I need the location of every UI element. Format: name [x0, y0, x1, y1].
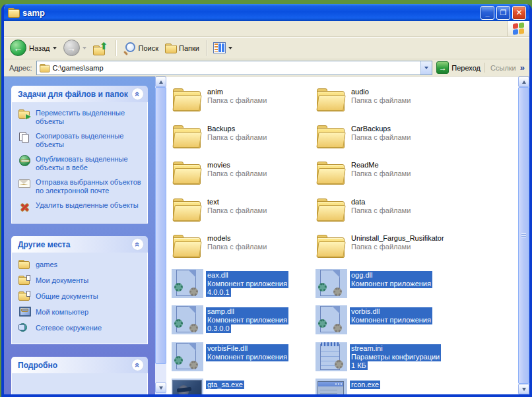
- task-link-delete[interactable]: Удалить выделенные объекты: [18, 201, 142, 212]
- place-link-my-computer[interactable]: Мой компьютер: [18, 307, 142, 317]
- panel-file-tasks-header[interactable]: Задачи для файлов и папок: [11, 86, 148, 102]
- panel-title: Задачи для файлов и папок: [18, 90, 128, 99]
- file-item-uninstall-fargus-rusifikator[interactable]: Uninstall_Fargus_Rusifikator Папка с фай…: [314, 232, 458, 269]
- file-item-backups[interactable]: Backups Папка с файлами: [170, 123, 314, 160]
- panel-other-places-header[interactable]: Другие места: [11, 236, 148, 253]
- task-link-email[interactable]: Отправка выбранных объектов по электронн…: [18, 178, 142, 195]
- panel-title: Подробно: [18, 361, 57, 370]
- place-link-games[interactable]: games: [18, 259, 142, 270]
- views-dropdown-icon[interactable]: [228, 47, 232, 49]
- links-chevron-icon[interactable]: »: [520, 63, 525, 73]
- file-item-samp-dll[interactable]: samp.dll Компонент приложения0.3.0.0: [170, 305, 314, 342]
- file-desc-line: Компонент приложения: [206, 316, 288, 324]
- file-item-models[interactable]: models Папка с файлами: [170, 232, 314, 269]
- views-icon: [213, 42, 226, 53]
- links-toolbar[interactable]: Ссылки »: [484, 63, 527, 73]
- file-desc-line: Компонент приложения: [206, 280, 288, 288]
- file-name: ogg.dll: [350, 271, 432, 280]
- place-link-my-documents[interactable]: Мои документы: [18, 275, 142, 286]
- folder-icon: [172, 196, 203, 225]
- address-dropdown-button[interactable]: [420, 61, 432, 75]
- back-button[interactable]: ← Назад: [7, 38, 60, 57]
- copy-icon: [18, 132, 30, 142]
- ini-icon: [316, 342, 347, 371]
- file-item-vorbisfile-dll[interactable]: vorbisFile.dll Компонент приложения: [170, 342, 314, 379]
- file-list-scrollbar[interactable]: [518, 76, 529, 394]
- file-item-readme[interactable]: ReadMe Папка с файлами: [314, 159, 458, 196]
- address-folder-icon: [40, 64, 49, 72]
- scroll-down-button[interactable]: [155, 382, 166, 393]
- file-item-rcon-exe[interactable]: rcon.exe: [314, 379, 458, 394]
- maximize-button[interactable]: ❐: [496, 6, 510, 20]
- menu-item-tools[interactable]: [55, 27, 67, 31]
- chevron-up-icon[interactable]: [131, 359, 144, 371]
- file-item-eax-dll[interactable]: eax.dll Компонент приложения4.0.0.1: [170, 269, 314, 306]
- place-link-shared-documents[interactable]: Общие документы: [18, 291, 142, 301]
- file-desc-line: 1 КБ: [350, 361, 368, 370]
- menu-item-edit[interactable]: [20, 27, 32, 31]
- task-link-move[interactable]: Переместить выделенные объекты: [18, 109, 142, 126]
- panel-file-tasks: Задачи для файлов и папок Переместить вы…: [11, 86, 148, 224]
- file-name: movies: [206, 161, 268, 169]
- folders-icon: [165, 44, 176, 53]
- file-item-movies[interactable]: movies Папка с файлами: [170, 159, 314, 196]
- toolbar-separator: [116, 40, 116, 56]
- views-button[interactable]: [210, 41, 236, 55]
- scroll-thumb[interactable]: [155, 87, 166, 364]
- file-item-vorbis-dll[interactable]: vorbis.dll Компонент приложения: [314, 305, 458, 342]
- address-input[interactable]: C:\games\samp: [36, 61, 433, 75]
- file-name: rcon.exe: [350, 381, 380, 389]
- file-desc-line: Компонент приложения: [206, 353, 288, 361]
- file-item-audio[interactable]: audio Папка с файлами: [314, 86, 458, 123]
- scroll-down-button[interactable]: [518, 384, 529, 394]
- address-value[interactable]: C:\games\samp: [53, 64, 421, 72]
- menu-item-favorites[interactable]: [44, 27, 55, 31]
- title-bar[interactable]: samp _ ❐ ✕: [4, 4, 529, 21]
- task-link-copy[interactable]: Скопировать выделенные объекты: [18, 132, 142, 149]
- task-pane: Задачи для файлов и папок Переместить вы…: [4, 76, 155, 394]
- file-item-gta-sa-exe[interactable]: gta_sa.exe: [170, 379, 314, 394]
- minimize-button[interactable]: _: [481, 6, 494, 20]
- dll-icon: [316, 305, 347, 334]
- go-label: Переход: [451, 64, 481, 72]
- file-name: anim: [206, 88, 268, 96]
- file-item-stream-ini[interactable]: stream.ini Параметры конфигурации1 КБ: [314, 342, 458, 379]
- scroll-up-button[interactable]: [155, 76, 166, 87]
- file-item-ogg-dll[interactable]: ogg.dll Компонент приложения: [314, 269, 458, 306]
- file-name: text: [206, 198, 268, 206]
- folder-icon: [316, 123, 347, 152]
- file-item-carbackups[interactable]: CarBackups Папка с файлами: [314, 123, 458, 160]
- file-item-data[interactable]: data Папка с файлами: [314, 196, 458, 233]
- panel-details-header[interactable]: Подробно: [11, 357, 148, 373]
- scroll-up-button[interactable]: [518, 76, 529, 87]
- file-item-anim[interactable]: anim Папка с файлами: [170, 86, 314, 123]
- file-desc-line: Компонент приложения: [350, 316, 432, 324]
- file-desc-line: Папка с файлами: [350, 243, 412, 251]
- place-link-network[interactable]: Сетевое окружение: [18, 322, 142, 333]
- file-desc-line: Папка с файлами: [350, 96, 412, 105]
- close-button[interactable]: ✕: [512, 6, 526, 20]
- menu-item-file[interactable]: [8, 27, 20, 31]
- menu-item-help[interactable]: [67, 27, 79, 31]
- folders-label: Папки: [179, 44, 199, 52]
- file-name: stream.ini: [350, 344, 441, 353]
- back-dropdown-icon[interactable]: [53, 47, 57, 49]
- my-computer-icon: [18, 307, 30, 317]
- file-desc-line: Параметры конфигурации: [350, 353, 441, 361]
- content-area: Задачи для файлов и папок Переместить вы…: [4, 76, 529, 394]
- task-link-publish[interactable]: Опубликовать выделенные объекты в вебе: [18, 155, 142, 172]
- scroll-thumb[interactable]: [518, 87, 529, 384]
- up-button[interactable]: ⬆: [90, 39, 112, 57]
- task-pane-scrollbar[interactable]: [155, 76, 166, 394]
- menu-item-view[interactable]: [32, 27, 44, 31]
- network-icon: [18, 322, 30, 333]
- chevron-up-icon[interactable]: [131, 238, 144, 251]
- folders-button[interactable]: Папки: [162, 42, 203, 54]
- file-name: models: [206, 234, 268, 243]
- forward-button[interactable]: →: [60, 38, 90, 57]
- go-button[interactable]: → Переход: [436, 61, 481, 74]
- file-item-text[interactable]: text Папка с файлами: [170, 196, 314, 233]
- chevron-up-icon[interactable]: [131, 88, 144, 100]
- search-button[interactable]: Поиск: [119, 40, 162, 56]
- file-desc-line: Папка с файлами: [350, 133, 412, 142]
